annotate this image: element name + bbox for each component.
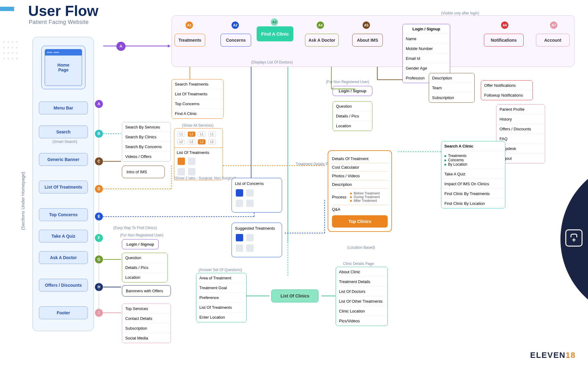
ask-doctor-list-side: Question Details / Pics Location [122, 253, 168, 282]
l2-chip[interactable]: L2 [198, 139, 205, 144]
l2-chip[interactable]: L2 [177, 139, 185, 144]
process-item: After Treatment [354, 199, 377, 202]
note-two-tabs: (Show 2 tabs - Surgical, Non Surgical) [174, 176, 236, 180]
nav-treatments[interactable]: Treatments [175, 34, 205, 47]
login-signup-chip-top[interactable]: Login / Signup [333, 86, 372, 96]
tile [246, 200, 254, 207]
badge-b: B [95, 130, 103, 138]
list-item: Location [122, 273, 168, 282]
nav-notifications[interactable]: Notifications [484, 34, 524, 47]
list-item: Find A Clinic [172, 109, 223, 118]
suggested-treatments-card: Suggested Treatments [232, 223, 282, 257]
nav-ask-doctor[interactable]: Ask A Doctor [305, 34, 339, 47]
search-clinic-title: Search A Clinic [441, 141, 505, 151]
list-item: Offers / Discounts [496, 124, 545, 134]
ask-a-doctor[interactable]: Ask A Doctor [39, 251, 88, 264]
footer[interactable]: Footer [39, 306, 88, 319]
list-item: Clinic Location [336, 306, 387, 316]
list-item: Mobile Number [403, 44, 450, 54]
badge-a2: A2 [232, 21, 239, 29]
process-item: During Treatment [354, 195, 380, 199]
list-of-treatments[interactable]: List Of Treatments [39, 181, 88, 194]
l2-chip[interactable]: L2 [208, 139, 216, 144]
home-page-label: Home Page [54, 63, 73, 72]
list-of-clinics-chip[interactable]: List Of Clinics [271, 289, 318, 302]
patient-icon[interactable]: + [565, 229, 582, 247]
bullet: By Location [448, 162, 467, 167]
note-location-based: (Location Based) [347, 245, 375, 250]
list-item[interactable]: Find Clinic By Treatments [441, 189, 505, 199]
nav-account[interactable]: Account [536, 34, 570, 47]
clinic-details-list: About Clinic Treatment Details List Of D… [336, 267, 388, 326]
badge-h: H [95, 283, 103, 291]
search-note: (Smart Search) [52, 140, 77, 144]
menu-bar[interactable]: Menu Bar [39, 102, 88, 114]
list-item: Offer Notifications [481, 81, 533, 90]
note-find-clinics: (Easy Way To Find Clinics) [113, 226, 157, 230]
nav-concerns[interactable]: Concerns [221, 34, 251, 47]
badge-i: I [95, 309, 103, 317]
note-doctors: (Displays List Of Doctors) [251, 60, 293, 64]
badge-a-big: A [116, 42, 126, 51]
login-signup-chip-side[interactable]: Login / Signup [122, 239, 159, 249]
offers-discounts[interactable]: Offers / Discounts [39, 279, 88, 292]
bullet: Treatments [448, 154, 466, 158]
top-concerns[interactable]: Top Concerns [39, 208, 88, 221]
nav-find-clinic[interactable]: Find A Clinic [257, 26, 293, 41]
list-item[interactable]: Impact Of IMS On Clinics [441, 179, 505, 189]
l1-chip[interactable]: L1 [208, 132, 216, 137]
suggested-title: Suggested Treatments [235, 226, 279, 231]
footer-list: Top Services Contact Details Subscriptio… [122, 304, 171, 343]
brand-logo: ELEVEN18 [530, 351, 576, 360]
nav-about-ims[interactable]: About IMS [352, 34, 383, 47]
badge-d: D [95, 185, 103, 193]
note-nonreg-top: (For Non Registered User) [326, 80, 369, 84]
list-item: Gender Age [403, 63, 450, 73]
treatment-details-card: Details Of Treatment Cost Calculator Pho… [328, 150, 392, 232]
list-item[interactable]: Find Clinic By Location [441, 199, 505, 208]
badge-a3: A3 [271, 18, 278, 26]
list-item: List Of Other Treatments [336, 297, 387, 306]
home-page-card: Home Page [41, 46, 85, 89]
list-item: Search By Services [122, 122, 171, 132]
concerns-title: List of Concerns [235, 181, 279, 186]
top-clinics-button[interactable]: Top Clinics [332, 215, 388, 228]
l1-chip[interactable]: L1 [198, 132, 205, 137]
list-item: Social Media [122, 333, 171, 343]
badge-a4: A4 [317, 21, 324, 29]
l1-chip[interactable]: L1 [177, 132, 185, 137]
qa-label: Q&A [332, 205, 388, 213]
tile [236, 244, 243, 252]
tile [246, 234, 254, 241]
generic-banner[interactable]: Generic Banner [39, 153, 88, 166]
search-clinic-panel: Search A Clinic Treatments Concerns By L… [441, 141, 505, 209]
list-item: Treatment Goal [196, 283, 246, 293]
list-item: Subscription [122, 324, 171, 333]
concerns-card: List of Concerns [232, 178, 282, 213]
l1-chip[interactable]: L1 [188, 132, 195, 137]
list-item: Search By Concerns [122, 142, 171, 152]
tile [188, 158, 195, 165]
badge-a5: A5 [363, 21, 370, 29]
question-set-list: Area of Treatment Treatment Goal Prefere… [196, 273, 247, 322]
bullet: Concerns [448, 158, 464, 162]
list-item: Contact Details [122, 314, 171, 324]
l2-chip[interactable]: L2 [188, 139, 195, 144]
search[interactable]: Search [39, 125, 88, 138]
brand-b: 18 [566, 351, 576, 360]
list-item: Cost Calculator [332, 163, 388, 172]
list-item[interactable]: Take A Quiz [441, 169, 505, 179]
take-a-quiz[interactable]: Take A Quiz [39, 230, 88, 243]
badge-a7: A7 [550, 21, 557, 29]
list-item: About Clinic [336, 267, 387, 277]
list-item: Question [333, 102, 372, 111]
nav-login-title: Login / Signup [403, 24, 450, 34]
list-item: History [496, 114, 545, 124]
caption-answer-questions: (Answer Set Of Questions) [198, 268, 242, 272]
intro-of-ims: Intro of IMS [122, 166, 165, 178]
note-visible-after-login: (Visible only after login) [441, 11, 479, 15]
offers-banner: Bannners with Offers [122, 285, 171, 297]
search-options: Search By Services Search By Clinics Sea… [122, 122, 171, 162]
list-item: Email Id [403, 54, 450, 63]
list-item: Location [333, 121, 372, 131]
